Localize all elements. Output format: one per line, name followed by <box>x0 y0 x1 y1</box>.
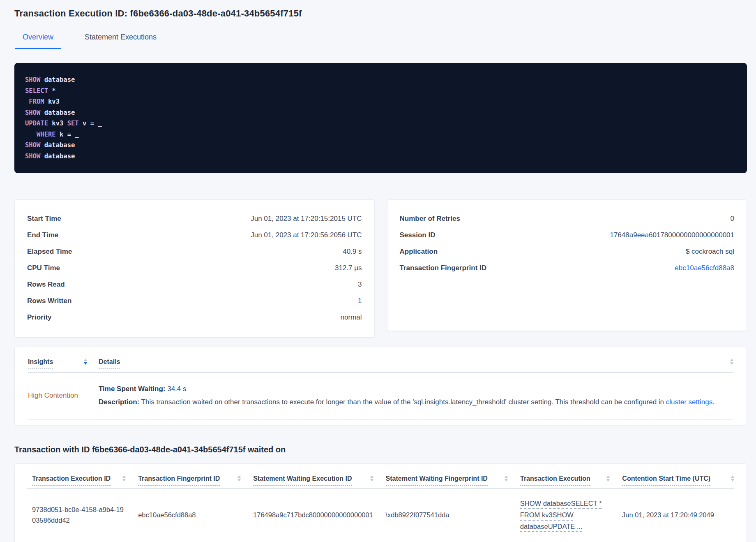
column-contention-start-time: Contention Start Time (UTC) <box>622 475 734 486</box>
sql-line: FROM kv3 <box>25 96 736 107</box>
column-stmt-waiting-execution-id: Statement Waiting Execution ID <box>253 475 385 486</box>
summary-row-rows-read: Rows Read 3 <box>27 276 362 293</box>
summary-row-priority: Priority normal <box>27 309 362 326</box>
sql-line: SELECT * <box>25 86 736 97</box>
insights-table-card: Insights Details High Contention Time Sp… <box>14 347 747 425</box>
sort-icon[interactable] <box>84 359 87 365</box>
insight-row: High Contention Time Spent Waiting: 34.4… <box>28 373 733 420</box>
sql-line: WHERE k = _ <box>25 129 736 140</box>
cell-txn-execution-link[interactable]: SHOW databaseSELECT * FROM kv3SHOW datab… <box>520 498 622 532</box>
execution-times-card: Start Time Jun 01, 2023 at 17:20:15:2015… <box>14 199 375 338</box>
time-spent-waiting: Time Spent Waiting: 34.4 s <box>99 385 733 393</box>
sql-line: UPDATE kv3 SET v = _ <box>25 118 736 129</box>
transaction-fingerprint-link[interactable]: ebc10ae56cfd88a8 <box>675 264 734 272</box>
column-txn-execution-id: Transaction Execution ID <box>27 475 138 486</box>
cell-stmt-waiting-execution-id: 176498a9c717bdc80000000000000001 <box>253 510 385 520</box>
column-stmt-waiting-fingerprint-id: Statement Waiting Fingerprint ID <box>386 475 520 486</box>
cell-stmt-waiting-fingerprint-id: \xdb8922f077541dda <box>385 510 520 520</box>
details-column-header[interactable]: Details <box>99 358 120 369</box>
tab-statement-executions[interactable]: Statement Executions <box>77 30 164 49</box>
transaction-execution-page: Transaction Execution ID: f6be6366-da03-… <box>0 0 756 542</box>
summary-row-start-time: Start Time Jun 01, 2023 at 17:20:15:2015… <box>27 211 362 227</box>
sort-icon[interactable] <box>731 475 734 482</box>
summary-row-session-id: Session ID 17648a9eea6017800000000000000… <box>400 227 735 243</box>
cluster-settings-link[interactable]: cluster settings <box>666 398 712 406</box>
insights-column: Insights <box>28 358 99 369</box>
insights-column-header[interactable]: Insights <box>28 358 53 369</box>
summary-row-application: Application $ cockroach sql <box>400 243 735 260</box>
session-info-card: Number of Retries 0 Session ID 17648a9ee… <box>387 199 747 331</box>
sort-icon[interactable] <box>606 475 610 482</box>
sort-icon[interactable] <box>122 475 126 482</box>
sort-icon[interactable] <box>370 475 373 482</box>
waited-on-table-card: Transaction Execution ID Transaction Fin… <box>14 463 747 542</box>
column-txn-execution: Transaction Execution <box>520 475 622 486</box>
sql-line: SHOW database <box>25 151 736 162</box>
waited-table-header: Transaction Execution ID Transaction Fin… <box>27 475 734 486</box>
summary-row-txn-fingerprint: Transaction Fingerprint ID ebc10ae56cfd8… <box>400 260 735 276</box>
sort-icon[interactable] <box>505 475 508 482</box>
insights-table-header: Insights Details <box>28 358 733 369</box>
tab-overview[interactable]: Overview <box>15 30 61 49</box>
sort-icon[interactable] <box>237 475 241 482</box>
page-title: Transaction Execution ID: f6be6366-da03-… <box>14 8 747 19</box>
sql-line: SHOW database <box>25 140 736 151</box>
summary-cards-row: Start Time Jun 01, 2023 at 17:20:15:2015… <box>14 199 747 338</box>
sort-icon[interactable] <box>730 359 733 365</box>
cell-txn-fingerprint-id: ebc10ae56cfd88a8 <box>138 510 253 520</box>
tab-bar: Overview Statement Executions <box>14 30 747 49</box>
waited-on-title: Transaction with ID f6be6366-da03-48de-a… <box>14 445 747 454</box>
insight-description: Description: This transaction waited on … <box>99 398 733 406</box>
sql-statements-box: SHOW databaseSELECT * FROM kv3SHOW datab… <box>14 63 747 173</box>
summary-row-retries: Number of Retries 0 <box>400 211 735 227</box>
summary-row-end-time: End Time Jun 01, 2023 at 17:20:56:2056 U… <box>27 227 362 243</box>
insight-type-label: High Contention <box>28 391 99 400</box>
details-column: Details <box>99 358 120 369</box>
column-txn-fingerprint-id: Transaction Fingerprint ID <box>138 475 253 486</box>
cell-contention-start-time: Jun 01, 2023 at 17:20:49:2049 <box>622 510 734 520</box>
cell-txn-execution-id: 9738d051-bc0e-4158-a9b4-1903586ddd42 <box>27 504 138 526</box>
insight-details: Time Spent Waiting: 34.4 s Description: … <box>99 385 733 406</box>
summary-row-rows-written: Rows Written 1 <box>27 293 362 309</box>
sql-line: SHOW database <box>25 107 736 118</box>
summary-row-elapsed-time: Elapsed Time 40.9 s <box>27 243 362 260</box>
waited-table-row: 9738d051-bc0e-4158-a9b4-1903586ddd42 ebc… <box>27 489 734 542</box>
summary-row-cpu-time: CPU Time 312.7 µs <box>27 260 362 276</box>
sql-line: SHOW database <box>25 74 736 86</box>
